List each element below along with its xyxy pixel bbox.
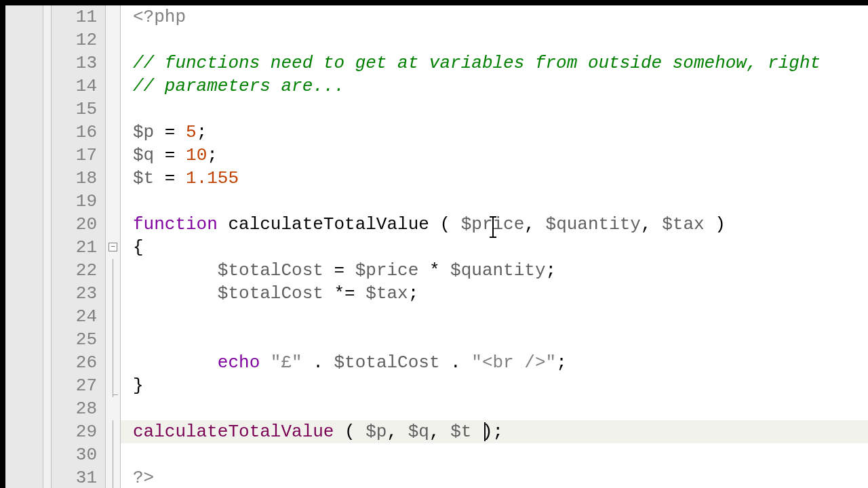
- code-token: ,: [524, 214, 545, 235]
- change-marker-strip: [43, 5, 52, 488]
- code-token: $q: [133, 145, 154, 165]
- fold-guide-end: [113, 394, 118, 395]
- code-line[interactable]: // functions need to get at variables fr…: [121, 52, 868, 75]
- line-number[interactable]: 28: [52, 397, 105, 420]
- code-line[interactable]: [121, 305, 868, 328]
- code-token: $tax: [366, 283, 408, 304]
- code-line[interactable]: calculateTotalValue ( $p, $q, $t );: [121, 420, 868, 443]
- code-token: calculateTotalValue: [133, 422, 334, 442]
- line-number[interactable]: 17: [52, 144, 105, 167]
- line-number[interactable]: 19: [52, 190, 105, 213]
- code-token: ;: [556, 352, 567, 373]
- code-token: [133, 352, 218, 373]
- code-line[interactable]: [121, 28, 868, 52]
- mouse-ibeam-cursor-icon: [492, 217, 494, 237]
- code-token: [133, 283, 218, 304]
- line-number[interactable]: 25: [52, 328, 105, 351]
- line-number[interactable]: 14: [52, 75, 105, 98]
- code-token: );: [471, 422, 503, 442]
- line-number[interactable]: 26: [52, 351, 105, 374]
- code-token: $totalCost: [334, 352, 439, 373]
- line-number[interactable]: 22: [52, 259, 105, 282]
- line-number-gutter[interactable]: 1112131415161718192021222324252627282930…: [52, 5, 106, 488]
- editor-left-margin: [5, 5, 43, 488]
- fold-strip[interactable]: −: [106, 5, 121, 488]
- code-token: $totalCost: [218, 283, 323, 304]
- code-token: $t: [450, 422, 471, 442]
- code-line[interactable]: $t = 1.155: [121, 167, 868, 190]
- code-token: "£": [271, 352, 302, 373]
- code-token: =: [154, 122, 186, 142]
- code-token: ,: [429, 422, 450, 442]
- code-token: <?php: [133, 7, 186, 27]
- line-number[interactable]: 21: [52, 236, 105, 259]
- code-line[interactable]: $totalCost = $price * $quantity;: [121, 259, 868, 282]
- line-number[interactable]: 15: [52, 98, 105, 121]
- code-token: {: [133, 237, 144, 258]
- code-token: // parameters are...: [133, 76, 344, 96]
- code-token: echo: [218, 352, 271, 373]
- code-token: ;: [197, 122, 208, 142]
- code-line[interactable]: [121, 98, 868, 121]
- code-token: function: [133, 214, 228, 235]
- line-number[interactable]: 20: [52, 213, 105, 236]
- code-token: ;: [546, 260, 557, 281]
- code-token: $q: [408, 422, 429, 442]
- code-token: // functions need to get at variables fr…: [133, 53, 831, 73]
- code-area[interactable]: <?php// functions need to get at variabl…: [121, 5, 868, 488]
- code-line[interactable]: $totalCost *= $tax;: [121, 282, 868, 305]
- code-token: ?>: [133, 468, 154, 488]
- code-token: $quantity: [450, 260, 545, 281]
- code-token: [133, 260, 218, 281]
- window-frame: 1112131415161718192021222324252627282930…: [0, 0, 868, 488]
- code-line[interactable]: echo "£" . $totalCost . "<br />";: [121, 351, 868, 374]
- code-line[interactable]: [121, 443, 868, 466]
- line-number[interactable]: 31: [52, 466, 105, 488]
- code-line[interactable]: [121, 397, 868, 420]
- line-number[interactable]: 18: [52, 167, 105, 190]
- code-token: $totalCost: [218, 260, 323, 281]
- code-line[interactable]: $q = 10;: [121, 144, 868, 167]
- code-token: *: [418, 260, 450, 281]
- code-token: $t: [133, 168, 154, 188]
- code-token: $p: [366, 422, 387, 442]
- code-line[interactable]: [121, 328, 868, 351]
- code-token: ;: [207, 145, 218, 165]
- code-token: =: [154, 145, 186, 165]
- code-token: }: [133, 375, 144, 396]
- line-number[interactable]: 11: [52, 5, 105, 28]
- line-number[interactable]: 30: [52, 443, 105, 466]
- code-token: 5: [186, 122, 197, 142]
- line-number[interactable]: 23: [52, 282, 105, 305]
- code-line[interactable]: // parameters are...: [121, 75, 868, 98]
- code-line[interactable]: [121, 190, 868, 213]
- code-token: "<br />": [471, 352, 556, 373]
- code-token: =: [323, 260, 355, 281]
- line-number[interactable]: 16: [52, 121, 105, 144]
- text-caret: [484, 422, 486, 441]
- code-editor[interactable]: 1112131415161718192021222324252627282930…: [5, 5, 868, 488]
- code-token: ,: [641, 214, 662, 235]
- code-token: 1.155: [186, 168, 239, 188]
- code-line[interactable]: {: [121, 236, 868, 259]
- code-token: $quantity: [546, 214, 641, 235]
- code-token: $tax: [662, 214, 704, 235]
- line-number[interactable]: 12: [52, 28, 105, 52]
- line-number[interactable]: 24: [52, 305, 105, 328]
- line-number[interactable]: 13: [52, 52, 105, 75]
- code-token: ;: [408, 283, 419, 304]
- fold-toggle-icon[interactable]: −: [108, 243, 117, 251]
- code-line[interactable]: }: [121, 374, 868, 397]
- code-token: ,: [387, 422, 408, 442]
- code-token: *=: [323, 283, 366, 304]
- code-token: $p: [133, 122, 154, 142]
- code-line[interactable]: $p = 5;: [121, 121, 868, 144]
- code-token: =: [154, 168, 186, 188]
- line-number[interactable]: 27: [52, 374, 105, 397]
- code-token: calculateTotalValue: [228, 214, 429, 235]
- code-line[interactable]: ?>: [121, 466, 868, 488]
- code-line[interactable]: <?php: [121, 5, 868, 28]
- line-number[interactable]: 29: [52, 420, 105, 443]
- code-token: ): [705, 214, 726, 235]
- code-token: (: [429, 214, 461, 235]
